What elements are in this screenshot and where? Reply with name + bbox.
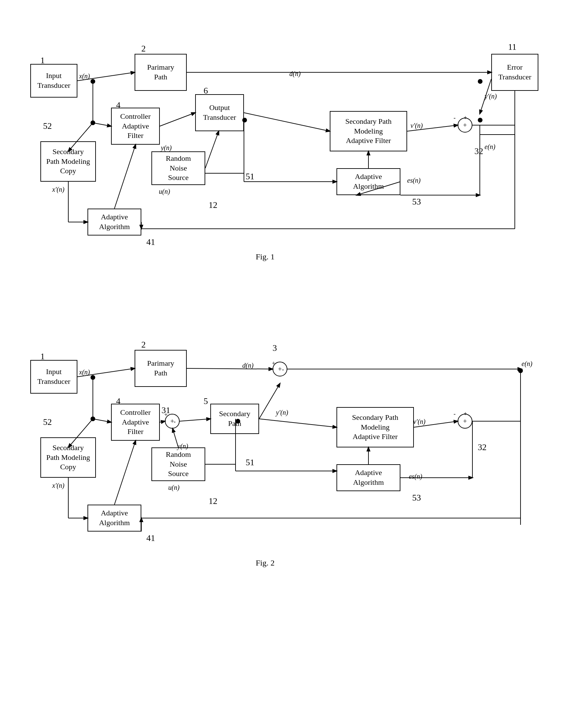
fig1-num52: 52	[43, 121, 52, 131]
fig1-num4: 4	[116, 100, 120, 110]
fig2-sum-31-minus: -	[174, 418, 176, 425]
fig2-num41: 41	[146, 533, 155, 543]
fig2-label-vprime: v'(n)	[413, 418, 425, 426]
fig2-num52: 52	[43, 417, 52, 427]
fig1-diagram: Input Transducer Parimary Path Error Tra…	[20, 20, 565, 289]
fig1-primary-path: Parimary Path	[135, 54, 187, 91]
fig2-secondary-path-copy: Secondary Path Modeling Copy	[40, 437, 96, 478]
fig1-label-un: u(n)	[159, 188, 170, 195]
fig1-adaptive-algorithm-sec: Adaptive Algorithm	[336, 168, 400, 195]
fig1-secondary-path-modeling-af: Secondary Path Modeling Adaptive Filter	[330, 111, 407, 151]
fig2-num51: 51	[246, 458, 254, 468]
fig1-label-esn: es(n)	[407, 177, 421, 184]
fig2-sum-main-minus: -	[282, 366, 284, 373]
fig1-num32: 32	[474, 146, 483, 156]
fig2-random-noise: Random Noise Source	[151, 447, 205, 481]
fig1-num53: 53	[412, 197, 421, 207]
fig1-input-transducer: Input Transducer	[30, 64, 77, 98]
svg-line-2	[93, 123, 111, 126]
fig1-num2: 2	[141, 44, 146, 54]
fig1-random-noise: Random Noise Source	[151, 151, 205, 185]
fig2-adaptive-algorithm-sec: Adaptive Algorithm	[336, 464, 400, 491]
fig2-num4: 4	[116, 396, 120, 406]
fig2-num5: 5	[204, 396, 208, 406]
fig2-num1: 1	[40, 352, 45, 362]
fig1-label-yprime: y'(n)	[485, 93, 497, 100]
fig2-node-out	[236, 419, 240, 424]
svg-line-31	[93, 419, 111, 422]
fig2-num12: 12	[209, 496, 217, 506]
fig2-secondary-path: Secondary Path	[210, 404, 259, 434]
fig2-node-e	[518, 368, 523, 373]
fig2-sum-31-plus: +	[164, 411, 168, 418]
fig2-num3: 3	[273, 343, 277, 353]
fig2-label-en: e(n)	[522, 360, 532, 368]
fig1-caption: Fig. 1	[256, 252, 275, 261]
fig1-num1: 1	[40, 56, 45, 66]
fig1-num41: 41	[146, 237, 155, 247]
fig1-sum-minus: -	[454, 114, 456, 121]
svg-line-7	[160, 113, 195, 126]
fig1-num6: 6	[204, 86, 208, 96]
fig2-input-transducer: Input Transducer	[30, 360, 77, 394]
fig2-adaptive-algorithm-main: Adaptive Algorithm	[87, 505, 141, 532]
fig2-primary-path: Parimary Path	[135, 350, 187, 387]
fig2-caption: Fig. 2	[256, 558, 275, 568]
fig1-label-yn: y(n)	[161, 144, 172, 152]
svg-line-27	[187, 368, 273, 369]
fig1-controller-af: Controller Adaptive Filter	[111, 108, 160, 145]
fig1-node-out	[242, 118, 247, 122]
fig2-num2: 2	[141, 340, 146, 350]
fig1-num51: 51	[246, 172, 254, 182]
fig2-label-yprime: y'(n)	[276, 409, 288, 416]
fig2-label-un: u(n)	[168, 484, 179, 492]
fig2-label-esn: es(n)	[409, 473, 422, 480]
fig1-error-transducer: Error Transducer	[491, 54, 538, 91]
fig1-secondary-path-copy: Secondary Path Modeling Copy	[40, 141, 96, 182]
fig2-num32: 32	[478, 442, 487, 452]
fig2-node-52	[91, 416, 95, 421]
fig2-sum-right-plus: +	[464, 410, 467, 417]
fig1-label-dn: d(n)	[289, 70, 300, 78]
fig1-label-en: e(n)	[485, 143, 495, 151]
fig1-label-xn: x(n)	[79, 72, 90, 80]
svg-line-13	[205, 131, 219, 168]
fig2-sum-main-plus: +	[272, 360, 275, 367]
svg-line-8	[244, 113, 330, 131]
fig1-adaptive-algorithm-main: Adaptive Algorithm	[87, 209, 141, 235]
svg-line-33	[160, 421, 165, 422]
fig2-controller-af: Controller Adaptive Filter	[111, 404, 160, 441]
fig2-arrows	[20, 316, 565, 602]
fig1-node-x	[91, 79, 95, 84]
fig2-node-x	[91, 375, 95, 380]
fig2-label-xn: x(n)	[79, 368, 90, 376]
fig2-label-dn: d(n)	[242, 362, 253, 369]
fig2-sum-right-minus: -	[454, 410, 456, 417]
fig1-node-e2	[478, 79, 483, 84]
fig1-label-vprime: v'(n)	[411, 122, 423, 130]
fig1-node-52	[91, 120, 95, 125]
fig2-num53: 53	[412, 493, 421, 503]
fig1-num11: 11	[508, 42, 516, 52]
fig1-num12: 12	[209, 200, 217, 210]
svg-line-34	[180, 419, 210, 421]
fig1-label-xprime: x'(n)	[52, 186, 64, 193]
fig2-label-xprime: x'(n)	[52, 482, 64, 489]
svg-line-23	[114, 145, 136, 209]
svg-line-51	[114, 441, 136, 505]
fig1-output-transducer: Output Transducer	[195, 94, 244, 131]
fig2-diagram: Input Transducer Parimary Path Controlle…	[20, 316, 565, 602]
fig1-arrows	[20, 20, 565, 289]
fig2-label-yn: y(n)	[177, 442, 188, 450]
svg-line-38	[259, 419, 336, 427]
fig1-node-e	[478, 118, 483, 122]
fig1-sum-plus2: +	[464, 114, 467, 121]
fig2-secondary-path-modeling-af: Secondary Path Modeling Adaptive Filter	[336, 407, 414, 447]
